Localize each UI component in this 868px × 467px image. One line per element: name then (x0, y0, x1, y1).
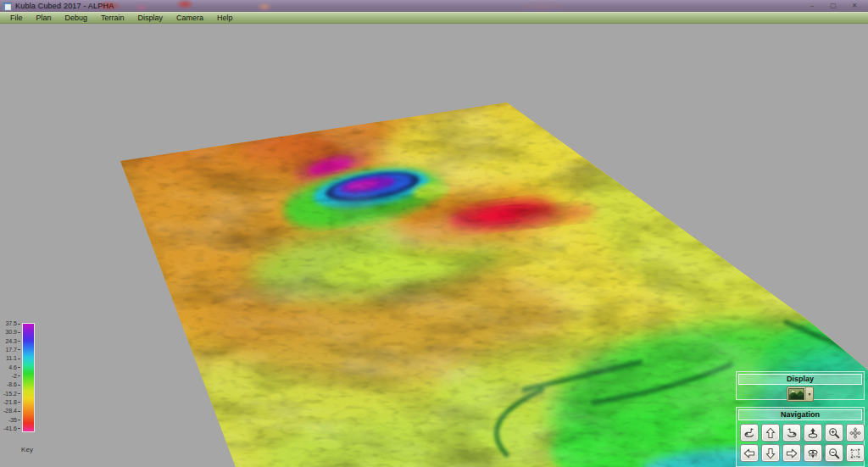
tilt-up-button[interactable] (804, 424, 822, 442)
menu-item-plan[interactable]: Plan (30, 13, 58, 23)
key-tick: -28.4 (0, 408, 20, 414)
key-tick: 24.3 (0, 338, 20, 345)
orbit-left-button[interactable] (740, 424, 759, 442)
menu-item-camera[interactable]: Camera (170, 13, 210, 23)
minimize-button[interactable]: – (807, 1, 817, 11)
move-down-button[interactable] (761, 444, 780, 462)
key-tick: -21.8 (0, 399, 20, 406)
menu-bar: FilePlanDebugTerrainDisplayCameraHelp (0, 12, 868, 24)
display-panel-title: Display (738, 374, 862, 385)
terrain-thumbnail-icon (788, 388, 804, 400)
zoom-out-icon (827, 447, 841, 460)
menu-item-help[interactable]: Help (210, 13, 240, 23)
free-orbit-button[interactable] (846, 444, 865, 462)
move-up-button[interactable] (761, 424, 780, 442)
key-tick: 17.7 (0, 347, 20, 353)
elevation-key: 37.5 30.9 24.3 17.7 11.1 4.6 -2 -8.6 -15… (0, 320, 51, 456)
maximize-button[interactable]: ▢ (828, 1, 838, 11)
zoom-in-icon (827, 426, 841, 440)
close-button[interactable]: ✕ (849, 1, 860, 11)
key-tick: -15.2 (0, 391, 20, 398)
arrow-right-icon (785, 447, 798, 460)
zoom-in-button[interactable] (825, 424, 843, 442)
key-gradient-bar (22, 323, 35, 432)
free-orbit-icon (849, 447, 862, 460)
viewport-3d[interactable]: 37.5 30.9 24.3 17.7 11.1 4.6 -2 -8.6 -15… (0, 24, 868, 467)
orbit-right-icon (785, 426, 798, 440)
pan-icon (849, 426, 862, 440)
title-bar: Kubla Cubed 2017 - ALPHA –▢✕ (0, 0, 868, 13)
menu-item-debug[interactable]: Debug (58, 13, 95, 23)
arrow-down-icon (764, 447, 777, 460)
key-tick: 11.1 (0, 355, 20, 362)
menu-item-file[interactable]: File (3, 13, 30, 23)
move-left-button[interactable] (740, 444, 759, 462)
app-icon (3, 2, 12, 11)
pan-button[interactable] (846, 424, 865, 442)
navigation-panel-title: Navigation (738, 409, 862, 420)
dropdown-caret-icon: ▼ (805, 387, 813, 401)
menu-item-terrain[interactable]: Terrain (94, 13, 131, 23)
window-controls: –▢✕ (807, 1, 868, 11)
tilt-up-icon (806, 426, 820, 440)
orbit-right-button[interactable] (782, 424, 801, 442)
arrow-up-icon (764, 426, 777, 440)
tilt-down-button[interactable] (804, 444, 822, 462)
zoom-out-button[interactable] (825, 444, 843, 462)
window-title: Kubla Cubed 2017 - ALPHA (15, 1, 114, 12)
navigation-panel: Navigation (736, 407, 865, 467)
key-tick-labels: 37.5 30.9 24.3 17.7 11.1 4.6 -2 -8.6 -15… (0, 320, 20, 432)
orbit-left-icon (743, 426, 756, 440)
key-tick: -41.6 (0, 425, 20, 432)
key-tick: -35 (0, 417, 20, 424)
key-tick: -2 (0, 373, 20, 380)
key-tick: 37.5 (0, 320, 20, 327)
move-right-button[interactable] (782, 444, 801, 462)
tilt-down-icon (806, 447, 820, 460)
display-panel: Display ▼ (736, 371, 865, 400)
key-label: Key (10, 446, 44, 453)
key-tick: 4.6 (0, 364, 20, 371)
menu-item-display[interactable]: Display (131, 13, 170, 23)
key-tick: 30.9 (0, 329, 20, 336)
navigation-buttons (737, 422, 864, 462)
key-tick: -8.6 (0, 381, 20, 388)
display-mode-dropdown[interactable]: ▼ (787, 386, 814, 402)
arrow-left-icon (743, 447, 756, 460)
